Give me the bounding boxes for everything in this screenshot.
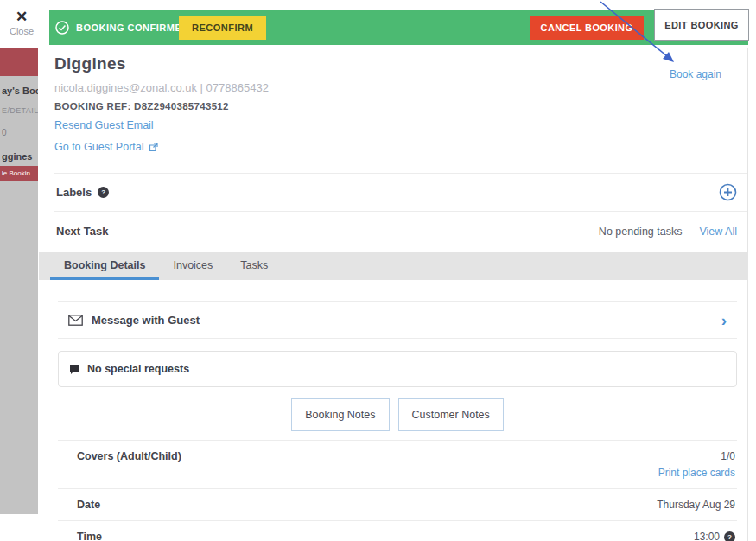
customer-notes-button[interactable]: Customer Notes bbox=[398, 398, 504, 431]
labels-title: Labels bbox=[56, 186, 92, 199]
print-place-cards-link[interactable]: Print place cards bbox=[658, 467, 735, 479]
view-all-tasks-link[interactable]: View All bbox=[699, 226, 737, 238]
reconfirm-button[interactable]: RECONFIRM bbox=[179, 16, 266, 40]
sidebar-item-table-details[interactable]: E/DETAIL bbox=[0, 106, 38, 115]
message-with-guest-row[interactable]: Message with Guest › bbox=[58, 301, 737, 339]
close-button[interactable]: ✕ Close bbox=[2, 9, 41, 36]
tab-tasks[interactable]: Tasks bbox=[226, 252, 282, 280]
close-label: Close bbox=[2, 26, 41, 36]
covers-row: Covers (Adult/Child) 1/0 Print place car… bbox=[58, 440, 737, 488]
book-again-link[interactable]: Book again bbox=[670, 68, 721, 80]
labels-help-icon[interactable]: ? bbox=[98, 187, 109, 198]
booking-details-panel: Message with Guest › No special requests… bbox=[54, 301, 747, 541]
sidebar-item-guest-name[interactable]: ggines bbox=[0, 151, 38, 162]
resend-guest-email-link[interactable]: Resend Guest Email bbox=[54, 119, 747, 131]
external-link-icon bbox=[149, 143, 158, 152]
guest-contact: nicola.diggines@zonal.co.uk | 0778865432 bbox=[54, 81, 747, 94]
tab-invoices[interactable]: Invoices bbox=[159, 252, 226, 280]
booking-ref: BOOKING REF: D8Z2940385743512 bbox=[54, 101, 747, 111]
sidebar-booking-chip[interactable]: le Bookin bbox=[0, 166, 38, 181]
background-sidebar: ay's Boo E/DETAIL 0 ggines le Bookin bbox=[0, 48, 38, 514]
guest-portal-label: Go to Guest Portal bbox=[54, 141, 144, 153]
add-label-button[interactable] bbox=[719, 183, 737, 201]
covers-label: Covers (Adult/Child) bbox=[77, 450, 181, 462]
next-task-status: No pending tasks bbox=[599, 226, 683, 238]
close-icon: ✕ bbox=[2, 9, 41, 25]
edit-booking-button[interactable]: EDIT BOOKING bbox=[654, 9, 749, 41]
time-row: Time 13:00 ? bbox=[58, 520, 737, 541]
booking-status-label: BOOKING CONFIRMED bbox=[76, 22, 189, 33]
sidebar-maroon-block bbox=[0, 48, 38, 76]
guest-name: Diggines bbox=[54, 54, 747, 73]
time-label: Time bbox=[77, 531, 102, 541]
detail-rows: Covers (Adult/Child) 1/0 Print place car… bbox=[58, 440, 737, 541]
covers-value: 1/0 bbox=[721, 450, 735, 462]
special-requests-text: No special requests bbox=[87, 363, 189, 375]
message-with-guest-label: Message with Guest bbox=[92, 314, 200, 327]
time-help-icon[interactable]: ? bbox=[724, 531, 735, 541]
tab-bar: Booking Details Invoices Tasks bbox=[39, 252, 747, 280]
booking-notes-button[interactable]: Booking Notes bbox=[291, 398, 389, 431]
booking-status-badge: BOOKING CONFIRMED bbox=[55, 10, 189, 45]
envelope-icon bbox=[68, 315, 83, 326]
booking-modal: Diggines nicola.diggines@zonal.co.uk | 0… bbox=[39, 48, 748, 541]
guest-portal-link[interactable]: Go to Guest Portal bbox=[54, 141, 158, 153]
labels-section: Labels ? bbox=[54, 173, 747, 211]
check-circle-icon bbox=[55, 21, 69, 35]
date-label: Date bbox=[77, 499, 100, 511]
date-value: Thursday Aug 29 bbox=[657, 499, 735, 511]
tab-booking-details[interactable]: Booking Details bbox=[50, 252, 159, 280]
next-task-section: Next Task No pending tasks View All bbox=[54, 211, 747, 251]
special-requests-box: No special requests bbox=[58, 351, 737, 387]
status-banner: BOOKING CONFIRMED RECONFIRM CANCEL BOOKI… bbox=[49, 10, 748, 45]
time-value: 13:00 bbox=[694, 531, 720, 541]
cancel-booking-button[interactable]: CANCEL BOOKING bbox=[530, 16, 644, 40]
notes-buttons: Booking Notes Customer Notes bbox=[58, 398, 737, 431]
chevron-right-icon: › bbox=[721, 312, 727, 328]
speech-bubble-icon bbox=[69, 364, 80, 375]
date-row: Date Thursday Aug 29 bbox=[58, 488, 737, 520]
plus-circle-icon bbox=[719, 183, 737, 201]
sidebar-item-todays-bookings[interactable]: ay's Boo bbox=[0, 86, 38, 96]
guest-header: Diggines nicola.diggines@zonal.co.uk | 0… bbox=[54, 48, 747, 173]
next-task-title: Next Task bbox=[56, 225, 108, 238]
sidebar-item-count: 0 bbox=[0, 128, 38, 137]
